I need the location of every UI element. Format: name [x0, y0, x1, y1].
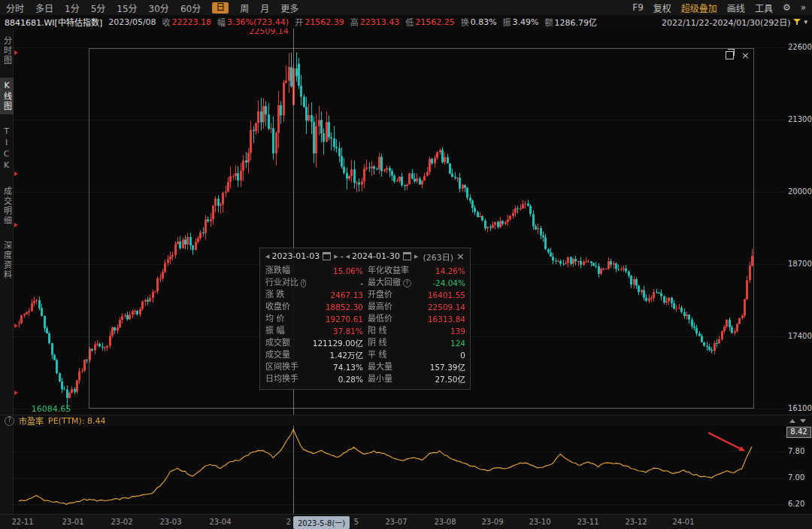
current-date-chip[interactable]: 2023-5-8(一) — [293, 516, 350, 529]
prev-end-date-icon[interactable]: ◀ — [346, 254, 350, 260]
more-chevron-icon[interactable]: » — [801, 2, 806, 13]
quote-field: 低21562.25 — [405, 16, 455, 28]
tooltip-label: 收盘价 — [265, 301, 306, 313]
signal-marker-icon — [14, 172, 18, 176]
period-tab[interactable]: 更多 — [280, 2, 298, 14]
settings-gear-icon[interactable]: ⚙ — [783, 2, 791, 13]
restore-window-icon[interactable] — [726, 51, 734, 59]
range-caret-icon[interactable]: ▾ — [804, 18, 807, 26]
period-tab[interactable]: 多日 — [35, 2, 53, 14]
help-icon[interactable]: ? — [5, 416, 14, 426]
tooltip-label: 区间换手 — [265, 361, 306, 373]
collapse-pane-icon[interactable] — [789, 419, 795, 423]
tooltip-value: 19270.61 — [306, 313, 363, 325]
tooltip-label: 最大量 — [363, 361, 414, 373]
signal-marker-icon — [14, 50, 18, 55]
info-bar: 8841681.WI[中特估指数] 2023/05/08 收22223.18幅3… — [0, 15, 812, 29]
x-axis-label: 5 — [354, 518, 359, 526]
date-range: 2022/11/22-2024/01/30(292日) ▾ — [662, 16, 807, 28]
calendar-icon[interactable] — [403, 252, 411, 260]
tooltip-label: 日均换手 — [265, 373, 306, 385]
time-axis[interactable]: 2023-5-8(一) 22-1123-0123-0223-0323-04252… — [0, 514, 812, 529]
x-axis-label: 24-01 — [672, 518, 694, 526]
tooltip-value: 0 — [414, 349, 465, 361]
quote-field: 幅3.36%(723.44) — [217, 16, 289, 28]
quote-date: 2023/05/08 — [108, 17, 156, 27]
period-tab[interactable]: 60分 — [180, 2, 201, 14]
pe-current-value: PE(TTM): 8.44 — [48, 416, 106, 426]
tooltip-label: 开盘价 — [363, 289, 414, 301]
tooltip-label: 最大回撤? — [363, 277, 414, 289]
sidebar-item[interactable]: 深度资料 — [0, 238, 14, 283]
super-overlay-button[interactable]: 超级叠加 — [681, 2, 717, 14]
pe-axis-label: 6.20 — [788, 500, 804, 508]
quote-field-value: 3.49% — [513, 17, 539, 27]
range-low-label: 16084.65 — [32, 404, 71, 414]
prev-start-date-icon[interactable]: ◀ — [265, 254, 269, 260]
pe-indicator-name[interactable]: 市盈率 — [19, 415, 44, 427]
tooltip-close-icon[interactable]: × — [456, 251, 465, 262]
range-days: (263日) — [423, 251, 453, 263]
pe-chart-canvas[interactable] — [14, 426, 786, 514]
expand-pane-icon[interactable] — [800, 419, 806, 423]
filter-icon[interactable] — [793, 19, 801, 25]
x-axis-label: 23-10 — [529, 518, 550, 526]
info-icon[interactable]: ? — [403, 279, 411, 287]
period-tab[interactable]: 1分 — [65, 2, 80, 14]
quote-field-value: 1286.79亿 — [555, 16, 598, 28]
period-tab[interactable]: 日 — [212, 2, 229, 14]
calendar-icon[interactable] — [323, 252, 331, 260]
adjust-price-button[interactable]: 复权 — [653, 2, 671, 14]
symbol-code[interactable]: 8841681.WI[中特估指数] — [5, 16, 102, 28]
tooltip-value: 37.81% — [306, 325, 363, 337]
quote-field-label: 低 — [405, 16, 414, 28]
sidebar-item[interactable]: 成交明细 — [0, 184, 14, 229]
next-end-date-icon[interactable]: ▶ — [414, 254, 418, 260]
quote-field-label: 开 — [295, 16, 303, 28]
start-date[interactable]: 2023-01-03 — [271, 251, 320, 261]
x-axis-label: 23-03 — [159, 518, 181, 526]
period-tabs: 分时多日1分5分15分30分60分日周月更多 — [6, 2, 298, 14]
tooltip-value: 2467.13 — [306, 289, 363, 301]
end-date[interactable]: 2024-01-30 — [352, 251, 400, 261]
sidebar-item[interactable]: 分时图 — [0, 33, 14, 68]
tooltip-value: 139 — [414, 325, 465, 337]
x-axis-label: 23-08 — [434, 518, 456, 526]
x-axis-label: 2 — [286, 518, 291, 526]
quote-field-label: 换 — [461, 16, 469, 28]
quote-field: 振3.49% — [503, 16, 539, 28]
period-tab[interactable]: 月 — [260, 2, 269, 14]
quote-field: 换0.83% — [461, 16, 497, 28]
quote-field-value: 21562.39 — [304, 17, 344, 27]
pe-axis-latest-box: 8.42 — [786, 427, 811, 438]
tooltip-value: 157.39亿 — [414, 361, 465, 373]
next-start-date-icon[interactable]: ▶ — [334, 254, 338, 260]
tooltip-header: ◀ 2023-01-03 ▶ - ◀ 2024-01-30 ▶ (263日) × — [260, 248, 470, 264]
f9-button[interactable]: F9 — [632, 2, 644, 13]
tooltip-label: 成交量 — [265, 349, 306, 361]
period-tab[interactable]: 5分 — [91, 2, 106, 14]
tooltip-row: 成交额121129.00亿阴 线124 — [260, 337, 470, 349]
tooltip-label: 行业对比? — [265, 277, 306, 289]
draw-line-button[interactable]: 画线 — [727, 2, 745, 14]
period-tab[interactable]: 30分 — [149, 2, 169, 14]
period-tab[interactable]: 分时 — [6, 2, 24, 14]
sidebar-item[interactable]: K线图 — [0, 78, 14, 114]
tooltip-row: 振 幅37.81%阳 线139 — [260, 325, 470, 337]
price-axis-label: 22600 — [788, 43, 812, 51]
toolbar-right: F9复权超级叠加画线工具⚙» — [632, 2, 806, 14]
tooltip-value: 14.26% — [414, 265, 465, 277]
tools-button[interactable]: 工具 — [755, 2, 773, 14]
sidebar-item[interactable]: TICK — [1, 123, 12, 175]
tooltip-row: 涨 跌2467.13开盘价16401.55 — [260, 289, 470, 301]
signal-marker-icon — [14, 223, 18, 227]
x-axis-label: 23-02 — [111, 518, 132, 526]
info-icon[interactable]: ? — [301, 279, 306, 287]
tooltip-value: 16313.84 — [414, 313, 465, 325]
pe-axis-label: 7.00 — [788, 473, 804, 482]
period-tab[interactable]: 周 — [240, 2, 249, 14]
period-tab[interactable]: 15分 — [117, 2, 137, 14]
x-axis-label: 23-12 — [625, 518, 647, 526]
x-axis-label: 23-09 — [481, 518, 503, 526]
close-window-icon[interactable]: × — [741, 52, 750, 59]
